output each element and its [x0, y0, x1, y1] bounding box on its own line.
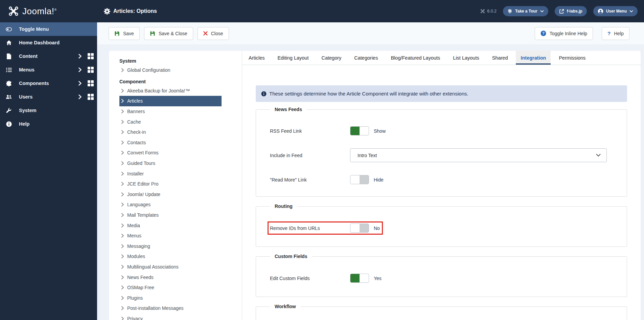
field-row-rss-feed-link: RSS Feed LinkShow	[270, 126, 607, 135]
sidenav-item-installer[interactable]: Installer	[119, 168, 222, 179]
sidenav-item-menus[interactable]: Menus	[119, 231, 222, 241]
chevron-right-icon	[121, 161, 124, 165]
sidenav-item-multilingual-associations[interactable]: Multilingual Associations	[119, 262, 222, 272]
sidenav-item-label: News Feeds	[127, 275, 154, 280]
toggle-inline-help-button[interactable]: ? Toggle Inline Help	[535, 27, 593, 40]
sidebar-item-label: Menus	[19, 67, 78, 72]
user-menu-button[interactable]: User Menu	[593, 6, 638, 16]
sidenav-item-akeeba-backup-for-joomla[interactable]: Akeeba Backup for Joomla!™	[119, 86, 222, 96]
sidenav-item-label: OSMap Free	[127, 285, 154, 290]
toggle-state-label: Show	[374, 128, 386, 134]
user-menu-label: User Menu	[606, 9, 627, 14]
sidenav-item-privacy[interactable]: Privacy	[119, 314, 222, 320]
sidebar-item-menus[interactable]: Menus	[0, 63, 97, 77]
sidebar-item-help[interactable]: Help	[0, 117, 97, 131]
sidenav-item-mail-templates[interactable]: Mail Templates	[119, 210, 222, 220]
highlight-box: Remove IDs from URLsNo	[268, 221, 383, 235]
sidebar-item-label: Home Dashboard	[19, 40, 94, 45]
sidenav-item-osmap-free[interactable]: OSMap Free	[119, 282, 222, 293]
help-button[interactable]: ? Help	[602, 27, 629, 40]
question-circle-icon: ?	[540, 30, 546, 36]
sidenav-item-label: Banners	[127, 109, 145, 114]
chevron-right-icon	[121, 89, 124, 93]
sidenav-item-post-installation-messages[interactable]: Post-installation Messages	[119, 303, 222, 314]
dashboard-grid-icon[interactable]	[88, 67, 94, 73]
sidebar-item-label: Components	[19, 81, 78, 86]
sidenav-item-messaging[interactable]: Messaging	[119, 241, 222, 252]
sidenav-item-joomla-update[interactable]: Joomla! Update	[119, 189, 222, 200]
dashboard-grid-icon[interactable]	[88, 80, 94, 86]
chevron-down-icon	[629, 10, 633, 13]
tab-editing-layout[interactable]: Editing Layout	[273, 51, 314, 65]
tab-category[interactable]: Category	[317, 51, 346, 65]
close-button[interactable]: Close	[198, 27, 229, 40]
chevron-right-icon	[121, 130, 124, 134]
sidenav-item-label: Post-installation Messages	[127, 305, 184, 311]
sidenav-item-convert-forms[interactable]: Convert Forms	[119, 148, 222, 158]
sidenav-item-label: Languages	[127, 202, 151, 207]
sidenav-item-label: Modules	[127, 254, 145, 259]
chevron-right-icon	[121, 172, 124, 176]
sidenav-item-cache[interactable]: Cache	[119, 116, 222, 127]
sidenav-item-banners[interactable]: Banners	[119, 106, 222, 117]
sidenav-item-articles[interactable]: Articles	[119, 96, 222, 106]
tab-integration[interactable]: Integration	[516, 51, 551, 65]
save-button[interactable]: Save	[109, 27, 140, 40]
site-link-button[interactable]: f-labs.jp	[555, 6, 587, 16]
sidenav-item-check-in[interactable]: Check-in	[119, 127, 222, 137]
select-include-in-feed[interactable]: Intro Text	[350, 148, 607, 162]
sidebar-item-components[interactable]: Components	[0, 77, 97, 90]
tab-articles[interactable]: Articles	[244, 51, 270, 65]
toggle-inline-help-label: Toggle Inline Help	[550, 31, 587, 36]
tab-blog-featured-layouts[interactable]: Blog/Featured Layouts	[386, 51, 445, 65]
chevron-right-icon	[121, 99, 124, 103]
toggle-switch-remove-ids-from-urls[interactable]	[350, 223, 369, 233]
tab-categories[interactable]: Categories	[349, 51, 383, 65]
tab-list-layouts[interactable]: List Layouts	[448, 51, 484, 65]
sidenav-item-label: Articles	[127, 98, 143, 104]
close-icon	[203, 31, 208, 36]
chevron-right-icon	[121, 223, 124, 228]
save-and-close-button[interactable]: Save & Close	[144, 27, 193, 40]
list-icon	[6, 67, 12, 73]
version-text: 6.0.2	[487, 9, 497, 14]
field-label: Edit Custom Fields	[270, 276, 350, 281]
fieldset-custom-fields: Custom FieldsEdit Custom FieldsYes	[256, 254, 627, 297]
toggle-switch-read-more-link[interactable]	[350, 175, 369, 184]
dashboard-grid-icon[interactable]	[88, 53, 94, 59]
sidenav-item-guided-tours[interactable]: Guided Tours	[119, 158, 222, 169]
sidenav-item-jce-editor-pro[interactable]: JCE Editor Pro	[119, 179, 222, 189]
tab-permissions[interactable]: Permissions	[554, 51, 590, 65]
sidenav-item-label: Contacts	[127, 140, 146, 145]
sidenav-item-contacts[interactable]: Contacts	[119, 137, 222, 148]
fieldset-workflow: Workflow	[256, 304, 627, 320]
field-label: "Read More" Link	[270, 177, 350, 183]
take-a-tour-button[interactable]: Take a Tour	[503, 6, 548, 16]
sidenav-item-languages[interactable]: Languages	[119, 199, 222, 210]
sidebar-item-home-dashboard[interactable]: Home Dashboard	[0, 36, 97, 49]
sidenav-item-plugins[interactable]: Plugins	[119, 293, 222, 303]
close-label: Close	[211, 31, 223, 36]
toggle-switch-edit-custom-fields[interactable]	[350, 274, 369, 283]
sidenav-item-modules[interactable]: Modules	[119, 251, 222, 262]
puzzle-icon	[6, 80, 12, 86]
tab-pane: These settings determine how the Article…	[242, 65, 641, 320]
toggle-menu-button[interactable]: Toggle Menu	[0, 22, 97, 36]
joomla-logo-icon	[8, 6, 19, 17]
sidebar-item-label: Help	[19, 121, 94, 127]
sidenav-item-media[interactable]: Media	[119, 220, 222, 231]
sidenav-item-global-configuration[interactable]: Global Configuration	[119, 65, 222, 76]
save-label: Save	[123, 31, 134, 36]
joomla-logo: Joomla!®	[0, 0, 97, 22]
chevron-right-icon	[121, 141, 124, 145]
save-icon	[150, 31, 155, 36]
tab-shared[interactable]: Shared	[487, 51, 513, 65]
sidenav-item-label: Media	[127, 223, 140, 228]
chevron-right-icon	[121, 285, 124, 290]
sidebar-item-users[interactable]: Users	[0, 90, 97, 104]
toggle-switch-rss-feed-link[interactable]	[350, 126, 369, 135]
dashboard-grid-icon[interactable]	[88, 94, 94, 100]
sidebar-item-content[interactable]: Content	[0, 49, 97, 63]
sidebar-item-system[interactable]: System	[0, 104, 97, 117]
sidenav-item-news-feeds[interactable]: News Feeds	[119, 272, 222, 282]
